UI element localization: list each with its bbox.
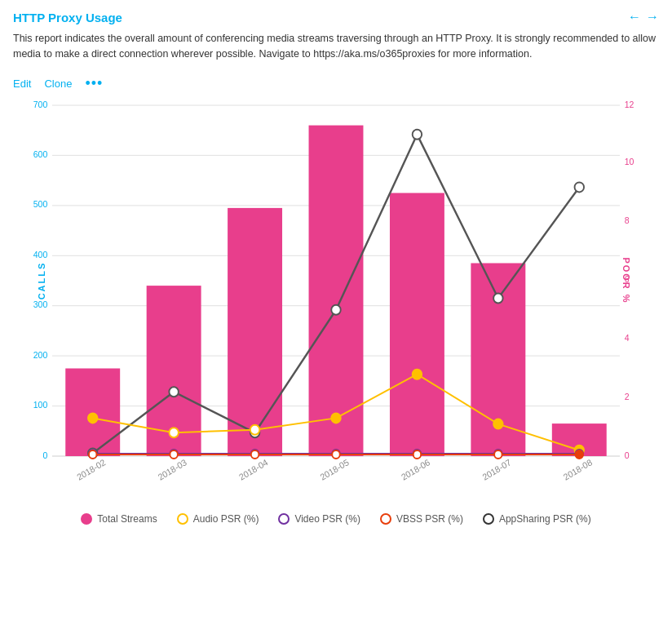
legend-appsharing-psr: AppSharing PSR (%) bbox=[483, 513, 591, 525]
appsharing-dot-7 bbox=[575, 182, 584, 192]
audio-dot-1 bbox=[88, 413, 97, 423]
audio-dot-2 bbox=[169, 428, 178, 437]
description-text: This report indicates the overall amount… bbox=[13, 31, 659, 62]
legend-audio-psr: Audio PSR (%) bbox=[177, 513, 259, 525]
nav-arrows: ← → bbox=[628, 10, 659, 24]
legend-label-audio-psr: Audio PSR (%) bbox=[193, 513, 259, 525]
vbss-dot-5 bbox=[413, 450, 422, 459]
svg-text:2018-04: 2018-04 bbox=[237, 457, 269, 482]
appsharing-dot-4 bbox=[331, 304, 340, 314]
more-options-button[interactable]: ••• bbox=[85, 75, 103, 92]
svg-text:200: 200 bbox=[33, 349, 48, 359]
audio-dot-6 bbox=[493, 419, 502, 428]
svg-text:600: 600 bbox=[33, 149, 48, 158]
legend-label-vbss-psr: VBSS PSR (%) bbox=[396, 513, 463, 525]
legend-vbss-psr: VBSS PSR (%) bbox=[380, 513, 463, 525]
vbss-dot-2 bbox=[170, 450, 178, 459]
legend-dot-total-streams bbox=[81, 513, 92, 525]
page-container: HTTP Proxy Usage ← → This report indicat… bbox=[0, 0, 672, 543]
vbss-dot-1 bbox=[89, 450, 97, 459]
svg-text:2: 2 bbox=[625, 391, 630, 401]
svg-text:500: 500 bbox=[33, 198, 48, 208]
clone-button[interactable]: Clone bbox=[44, 78, 72, 90]
bar-2018-05 bbox=[309, 125, 364, 455]
legend-video-psr: Video PSR (%) bbox=[278, 513, 360, 525]
toolbar: Edit Clone ••• bbox=[13, 75, 659, 92]
audio-dot-4 bbox=[331, 413, 340, 423]
legend-label-total-streams: Total Streams bbox=[97, 513, 157, 525]
svg-text:8: 8 bbox=[625, 215, 630, 224]
svg-text:4: 4 bbox=[625, 332, 630, 342]
legend-row: Total Streams Audio PSR (%) Video PSR (%… bbox=[13, 513, 659, 525]
svg-text:700: 700 bbox=[33, 99, 48, 109]
bar-2018-04 bbox=[228, 207, 282, 455]
edit-button[interactable]: Edit bbox=[13, 78, 31, 90]
svg-text:100: 100 bbox=[33, 399, 48, 409]
legend-label-appsharing-psr: AppSharing PSR (%) bbox=[499, 513, 591, 525]
legend-dot-vbss-psr bbox=[380, 513, 391, 525]
svg-text:12: 12 bbox=[625, 99, 634, 109]
svg-text:10: 10 bbox=[625, 156, 634, 166]
svg-text:0: 0 bbox=[42, 450, 47, 459]
svg-text:6: 6 bbox=[625, 273, 630, 283]
svg-text:2018-05: 2018-05 bbox=[318, 457, 350, 482]
vbss-dot-7 bbox=[576, 450, 584, 459]
description-content: This report indicates the overall amount… bbox=[13, 33, 656, 60]
legend-dot-audio-psr bbox=[177, 513, 188, 525]
bar-2018-06 bbox=[390, 193, 444, 456]
appsharing-dot-2 bbox=[169, 387, 178, 397]
appsharing-dot-5 bbox=[413, 129, 422, 139]
nav-prev-button[interactable]: ← bbox=[628, 10, 641, 24]
svg-text:2018-06: 2018-06 bbox=[400, 457, 431, 482]
vbss-dot-4 bbox=[332, 450, 340, 459]
svg-text:0: 0 bbox=[625, 450, 630, 459]
appsharing-dot-6 bbox=[493, 293, 502, 303]
vbss-dot-3 bbox=[251, 450, 259, 459]
vbss-dot-6 bbox=[494, 450, 502, 459]
legend-total-streams: Total Streams bbox=[81, 513, 157, 525]
nav-next-button[interactable]: → bbox=[646, 10, 659, 24]
audio-dot-3 bbox=[250, 424, 259, 434]
legend-label-video-psr: Video PSR (%) bbox=[294, 513, 360, 525]
header-row: HTTP Proxy Usage ← → bbox=[13, 10, 659, 24]
chart-svg: 0 100 200 300 400 500 600 700 0 2 4 6 8 … bbox=[52, 105, 620, 456]
audio-dot-5 bbox=[413, 369, 422, 379]
page-title: HTTP Proxy Usage bbox=[13, 11, 122, 24]
svg-text:2018-02: 2018-02 bbox=[75, 457, 107, 482]
svg-text:300: 300 bbox=[33, 299, 48, 308]
svg-text:400: 400 bbox=[33, 249, 48, 259]
svg-text:2018-08: 2018-08 bbox=[562, 457, 594, 482]
svg-text:2018-07: 2018-07 bbox=[480, 457, 512, 482]
legend-dot-appsharing-psr bbox=[483, 513, 494, 525]
chart-area: CALLS POOR % 0 100 200 300 bbox=[13, 105, 659, 530]
bar-2018-02 bbox=[65, 368, 120, 456]
legend-dot-video-psr bbox=[278, 513, 290, 525]
svg-text:2018-03: 2018-03 bbox=[157, 457, 188, 482]
y-axis-left-label: CALLS bbox=[37, 261, 46, 299]
